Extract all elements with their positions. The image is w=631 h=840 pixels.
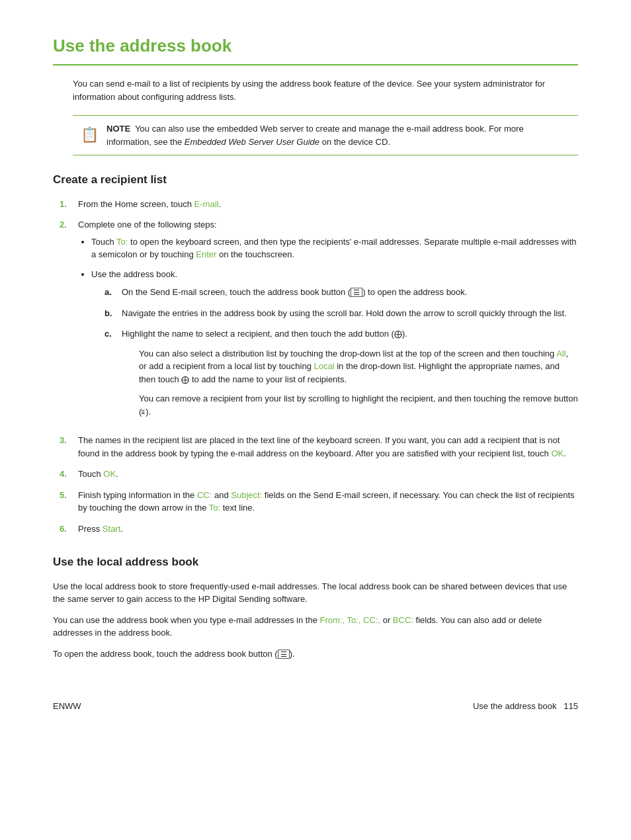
alpha-c-label: c. <box>105 327 115 341</box>
note-icon: 📋 <box>81 124 99 146</box>
step-3-num: 3. <box>60 434 71 447</box>
bcc-link: BCC: <box>393 615 413 625</box>
section2-para1: Use the local address book to store freq… <box>53 580 578 606</box>
step-2: 2. Complete one of the following steps: … <box>60 218 578 426</box>
from-link: From:, <box>320 615 345 625</box>
all-link: All <box>556 349 566 358</box>
note-text: NOTE You can also use the embedded Web s… <box>106 122 570 148</box>
section2-para2: You can use the address book when you ty… <box>53 614 578 640</box>
subject-link: Subject: <box>231 490 262 500</box>
step-4-num: 4. <box>60 468 71 481</box>
intro-text: You can send e-mail to a list of recipie… <box>73 77 578 103</box>
ok-link-3: OK <box>551 448 564 458</box>
step-5: 5. Finish typing information in the CC: … <box>60 489 578 515</box>
alpha-c-extra1: You can also select a distribution list … <box>139 347 578 386</box>
alpha-a-label: a. <box>105 286 115 299</box>
step-5-num: 5. <box>60 489 71 502</box>
to-link-5: To: <box>209 503 220 513</box>
enter-link: Enter <box>196 249 216 259</box>
alpha-c-content: Highlight the name to select a recipient… <box>122 327 578 418</box>
note-body: You can also use the embedded Web server… <box>106 124 524 147</box>
step-4: 4. Touch OK. <box>60 468 578 481</box>
note-box: 📋 NOTE You can also use the embedded Web… <box>73 115 578 155</box>
cc-link-s2: CC:, <box>363 615 380 625</box>
step-1: 1. From the Home screen, touch E-mail. <box>60 198 578 211</box>
bullet-list: Touch To: to open the keyboard screen, a… <box>91 235 578 419</box>
note-label: NOTE <box>106 124 130 134</box>
alpha-c: c. Highlight the name to select a recipi… <box>105 327 578 418</box>
step-1-num: 1. <box>60 198 71 211</box>
local-link: Local <box>314 361 334 371</box>
section2: Use the local address book Use the local… <box>53 554 578 660</box>
bullet-2: Use the address book. a. On the Send E-m… <box>91 268 578 419</box>
to-link: To: <box>116 237 128 247</box>
step-2-content: Complete one of the following steps: Tou… <box>78 218 578 426</box>
step-3-content: The names in the recipient list are plac… <box>78 434 578 460</box>
cc-link: CC: <box>197 490 212 500</box>
alpha-list: a. On the Send E-mail screen, touch the … <box>105 286 578 418</box>
alpha-b-label: b. <box>105 307 115 320</box>
alpha-b-content: Navigate the entries in the address book… <box>122 307 578 320</box>
step-4-content: Touch OK. <box>78 468 578 481</box>
step-6-num: 6. <box>60 523 71 536</box>
section1-title: Create a recipient list <box>53 171 578 189</box>
steps-list: 1. From the Home screen, touch E-mail. 2… <box>60 198 578 536</box>
step-3: 3. The names in the recipient list are p… <box>60 434 578 460</box>
step-6-content: Press Start. <box>78 523 578 536</box>
to-link-s2: To:, <box>347 615 360 625</box>
step-2-num: 2. <box>60 218 71 231</box>
bullet-1: Touch To: to open the keyboard screen, a… <box>91 235 578 261</box>
section2-para3: To open the address book, touch the addr… <box>53 648 578 661</box>
section2-title: Use the local address book <box>53 554 578 571</box>
alpha-a-content: On the Send E-mail screen, touch the add… <box>122 286 578 299</box>
email-link: E-mail <box>194 199 219 209</box>
note-italic: Embedded Web Server User Guide <box>185 137 319 147</box>
ok-link-4: OK <box>103 469 116 479</box>
alpha-a: a. On the Send E-mail screen, touch the … <box>105 286 578 299</box>
step-1-content: From the Home screen, touch E-mail. <box>78 198 578 211</box>
footer: ENWW Use the address book 115 <box>53 700 578 713</box>
start-link: Start <box>103 524 120 534</box>
footer-right: Use the address book 115 <box>473 700 578 713</box>
step-6: 6. Press Start. <box>60 523 578 536</box>
page-title: Use the address book <box>53 33 578 65</box>
alpha-c-extra2: You can remove a recipient from your lis… <box>139 392 578 418</box>
step-5-content: Finish typing information in the CC: and… <box>78 489 578 515</box>
footer-left: ENWW <box>53 700 81 713</box>
alpha-b: b. Navigate the entries in the address b… <box>105 307 578 320</box>
